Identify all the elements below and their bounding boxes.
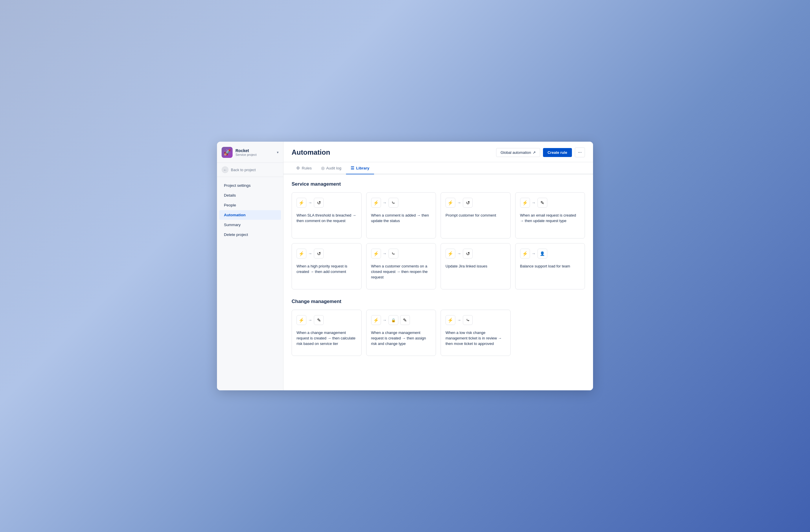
global-automation-label: Global automation bbox=[500, 150, 531, 155]
card-high-priority[interactable]: ⚡ → ↺ When a high priority request is cr… bbox=[292, 243, 361, 289]
pencil-icon: ✎ bbox=[314, 315, 324, 325]
bolt-icon: ⚡ bbox=[371, 249, 381, 259]
bolt-icon: ⚡ bbox=[371, 315, 381, 325]
card-label: Prompt customer for comment bbox=[446, 213, 506, 233]
lock-icon: 🔒 bbox=[389, 315, 398, 325]
arrow-icon: → bbox=[383, 318, 387, 322]
sidebar-item-automation[interactable]: Automation bbox=[219, 210, 281, 220]
card-icons: ⚡ → ⤷ bbox=[371, 249, 431, 259]
card-icons: ⚡ → ↺ bbox=[446, 249, 506, 259]
user-icon: 👤 bbox=[537, 249, 547, 259]
audit-icon: ◎ bbox=[321, 166, 325, 170]
refresh-icon: ↺ bbox=[463, 198, 473, 207]
tab-audit-log-label: Audit log bbox=[326, 166, 342, 170]
card-icons: ⚡ → ✎ bbox=[520, 198, 580, 207]
sidebar: 🚀 Rocket Service project ▾ ← Back to pro… bbox=[217, 142, 284, 390]
sidebar-item-details[interactable]: Details bbox=[219, 190, 281, 200]
card-icons: ⚡ → ↺ bbox=[296, 249, 357, 259]
project-name: Rocket bbox=[236, 148, 274, 153]
back-arrow-icon: ← bbox=[222, 166, 229, 173]
back-to-project-button[interactable]: ← Back to project bbox=[217, 163, 283, 177]
project-type: Service project bbox=[236, 153, 274, 156]
top-bar: Automation Global automation ↗ Create ru… bbox=[284, 142, 593, 162]
card-change-assign[interactable]: ⚡ → 🔒 ✎ When a change management request… bbox=[366, 310, 436, 356]
card-label: When an email request is created → then … bbox=[520, 213, 580, 233]
section-change-management: Change management ⚡ → ✎ When a change ma… bbox=[292, 299, 585, 356]
card-sla-threshold[interactable]: ⚡ → ↺ When SLA threshold is breached → t… bbox=[292, 192, 361, 238]
sidebar-item-label: Project settings bbox=[224, 183, 250, 188]
card-change-risk[interactable]: ⚡ → ✎ When a change management request i… bbox=[292, 310, 361, 356]
card-label: When a high priority request is created … bbox=[296, 264, 357, 284]
card-label: When a change management request is crea… bbox=[296, 330, 357, 350]
sidebar-item-label: Automation bbox=[224, 213, 246, 217]
sidebar-item-label: People bbox=[224, 203, 236, 207]
sidebar-item-project-settings[interactable]: Project settings bbox=[219, 181, 281, 190]
arrow-icon: → bbox=[457, 251, 461, 256]
arrow-icon: → bbox=[457, 318, 461, 322]
card-prompt-customer[interactable]: ⚡ → ↺ Prompt customer for comment bbox=[441, 192, 511, 238]
sidebar-item-label: Delete project bbox=[224, 232, 248, 237]
tab-audit-log[interactable]: ◎ Audit log bbox=[317, 162, 346, 174]
pencil-icon: ✎ bbox=[400, 315, 410, 325]
bolt-icon: ⚡ bbox=[446, 315, 455, 325]
card-update-jira[interactable]: ⚡ → ↺ Update Jira linked issues bbox=[441, 243, 511, 289]
bolt-icon: ⚡ bbox=[446, 249, 455, 259]
arrow-icon: → bbox=[532, 251, 536, 256]
card-label: When a low risk change management ticket… bbox=[446, 330, 506, 350]
card-icons: ⚡ → ↺ bbox=[446, 198, 506, 207]
section-change-management-title: Change management bbox=[292, 299, 585, 304]
arrow-icon: → bbox=[457, 200, 461, 205]
sidebar-header: 🚀 Rocket Service project ▾ bbox=[217, 142, 283, 163]
sidebar-item-delete-project[interactable]: Delete project bbox=[219, 230, 281, 239]
card-email-request[interactable]: ⚡ → ✎ When an email request is created →… bbox=[515, 192, 585, 238]
card-label: When SLA threshold is breached → then co… bbox=[296, 213, 357, 233]
sidebar-item-label: Details bbox=[224, 193, 236, 198]
tab-library-label: Library bbox=[356, 166, 369, 170]
service-management-grid: ⚡ → ↺ When SLA threshold is breached → t… bbox=[292, 192, 585, 289]
card-icons: ⚡ → ⤷ bbox=[371, 198, 431, 207]
card-low-risk-change[interactable]: ⚡ → ⤷ When a low risk change management … bbox=[441, 310, 511, 356]
arrow-icon: → bbox=[383, 251, 387, 256]
rules-icon: ⚙ bbox=[296, 166, 300, 170]
bolt-icon: ⚡ bbox=[371, 198, 381, 207]
tab-rules-label: Rules bbox=[302, 166, 312, 170]
card-icons: ⚡ → ↺ bbox=[296, 198, 357, 207]
branch-icon: ⤷ bbox=[389, 249, 398, 259]
card-label: Balance support load for team bbox=[520, 264, 580, 284]
pencil-icon: ✎ bbox=[537, 198, 547, 207]
refresh-icon: ↺ bbox=[314, 198, 324, 207]
card-customer-closed[interactable]: ⚡ → ⤷ When a customer comments on a clos… bbox=[366, 243, 436, 289]
bolt-icon: ⚡ bbox=[520, 198, 530, 207]
project-info: Rocket Service project bbox=[236, 148, 274, 156]
tab-library[interactable]: ☰ Library bbox=[346, 162, 374, 174]
card-label: When a customer comments on a closed req… bbox=[371, 264, 431, 284]
external-link-icon: ↗ bbox=[533, 150, 536, 155]
bolt-icon: ⚡ bbox=[296, 198, 306, 207]
create-rule-button[interactable]: Create rule bbox=[543, 148, 572, 157]
card-balance-support[interactable]: ⚡ → 👤 Balance support load for team bbox=[515, 243, 585, 289]
more-options-button[interactable]: ··· bbox=[575, 148, 585, 157]
tab-rules[interactable]: ⚙ Rules bbox=[292, 162, 317, 174]
card-icons: ⚡ → ✎ bbox=[296, 315, 357, 325]
sidebar-nav: Project settings Details People Automati… bbox=[217, 177, 283, 390]
bolt-icon: ⚡ bbox=[446, 198, 455, 207]
card-icons: ⚡ → ⤷ bbox=[446, 315, 506, 325]
project-avatar: 🚀 bbox=[222, 147, 232, 158]
card-label: When a comment is added → then update th… bbox=[371, 213, 431, 233]
sidebar-item-label: Summary bbox=[224, 222, 241, 227]
chevron-down-icon[interactable]: ▾ bbox=[277, 150, 279, 154]
card-comment-added[interactable]: ⚡ → ⤷ When a comment is added → then upd… bbox=[366, 192, 436, 238]
page-title: Automation bbox=[292, 148, 330, 156]
arrow-icon: → bbox=[532, 200, 536, 205]
bolt-icon: ⚡ bbox=[296, 249, 306, 259]
bolt-icon: ⚡ bbox=[296, 315, 306, 325]
section-service-management: Service management ⚡ → ↺ When SLA thresh… bbox=[292, 181, 585, 289]
refresh-icon: ↺ bbox=[463, 249, 473, 259]
sidebar-item-people[interactable]: People bbox=[219, 200, 281, 210]
bolt-icon: ⚡ bbox=[520, 249, 530, 259]
card-label: Update Jira linked issues bbox=[446, 264, 506, 284]
arrow-icon: → bbox=[308, 200, 312, 205]
sidebar-item-summary[interactable]: Summary bbox=[219, 220, 281, 230]
top-actions: Global automation ↗ Create rule ··· bbox=[496, 148, 585, 157]
global-automation-button[interactable]: Global automation ↗ bbox=[496, 148, 540, 157]
